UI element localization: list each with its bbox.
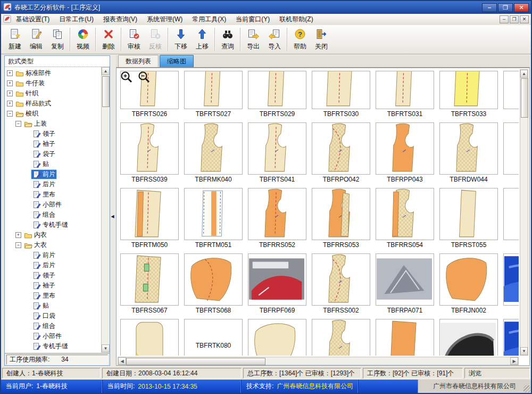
- thumbnail-item[interactable]: TBFRPA071: [373, 252, 437, 315]
- toolbar-button-audit[interactable]: 审核: [123, 27, 145, 52]
- tree-item-领子[interactable]: 领子: [5, 270, 102, 281]
- menu-item[interactable]: 当前窗口(Y): [231, 14, 275, 25]
- tree-item-组合[interactable]: 组合: [5, 321, 102, 331]
- toolbar-button-import[interactable]: 导入: [264, 27, 285, 52]
- thumbnail-item[interactable]: TBFRRS052: [245, 186, 309, 250]
- toolbar-button-delete[interactable]: 删除: [98, 27, 119, 52]
- toolbar-button-moveup[interactable]: 上移: [192, 27, 213, 52]
- tree-item-里布[interactable]: 里布: [5, 190, 102, 200]
- scroll-down-icon[interactable]: ▼: [520, 347, 528, 355]
- scrollbar-thumb[interactable]: [126, 358, 265, 365]
- tree-item-袋子[interactable]: 袋子: [5, 149, 102, 159]
- tab-缩略图[interactable]: 缩略图: [160, 55, 194, 67]
- menu-item[interactable]: 系统管理(W): [142, 14, 187, 25]
- toolbar-button-search[interactable]: 查询: [217, 27, 238, 52]
- thumbnail-item[interactable]: TBFRSS039: [118, 121, 181, 184]
- thumbnail-item[interactable]: TBFRRS053: [309, 186, 373, 250]
- thumbnail-item[interactable]: TBFRDW044: [437, 121, 501, 184]
- splitter[interactable]: ◀: [110, 55, 115, 366]
- tree-expander[interactable]: +: [7, 80, 13, 86]
- tree-item-标准部件[interactable]: +标准部件: [5, 68, 102, 78]
- tree-item-后片[interactable]: 后片: [5, 260, 102, 270]
- sidebar-scrollbar[interactable]: ▲ ▼: [101, 67, 110, 352]
- thumbnail-item[interactable]: TBFRTM051: [181, 186, 245, 250]
- tree-item-梭织[interactable]: −梭织: [5, 109, 102, 119]
- thumbnail-item[interactable]: TBFRSS002: [309, 252, 373, 315]
- mdi-restore-button[interactable]: ❐: [510, 15, 519, 23]
- thumbnail-item[interactable]: TBFRTK080: [181, 317, 245, 356]
- scroll-down-icon[interactable]: ▼: [102, 344, 110, 352]
- scroll-left-icon[interactable]: ◀: [118, 357, 126, 365]
- tree-item-前片[interactable]: 前片: [5, 250, 102, 260]
- tree-item-后片[interactable]: 后片: [5, 179, 102, 190]
- scroll-up-icon[interactable]: ▲: [102, 67, 110, 75]
- tree-item-领子[interactable]: 领子: [5, 129, 102, 139]
- thumbnail-item[interactable]: TBFRPF069: [245, 252, 309, 315]
- tree-item-贴[interactable]: 贴: [5, 301, 102, 311]
- tree-item-内衣[interactable]: +内衣: [5, 230, 102, 240]
- scrollbar-thumb[interactable]: [102, 76, 110, 107]
- thumbnail-item[interactable]: [437, 317, 501, 356]
- thumbnail-item[interactable]: [501, 252, 519, 315]
- tree-item-组合[interactable]: 组合: [5, 210, 102, 220]
- toolbar-button-unaudit[interactable]: 反核: [145, 27, 166, 52]
- toolbar-button-export[interactable]: 导出: [243, 27, 264, 52]
- resize-grip[interactable]: [523, 385, 530, 392]
- zoom-in-button[interactable]: [120, 70, 133, 85]
- mdi-close-button[interactable]: ✕: [520, 15, 529, 23]
- tree-item-里布[interactable]: 里布: [5, 291, 102, 301]
- tree-item-大衣[interactable]: −大衣: [5, 240, 102, 250]
- toolbar-button-edit[interactable]: 编辑: [26, 27, 47, 52]
- thumbnail-item[interactable]: TBFRPO042: [309, 121, 373, 184]
- tree-expander[interactable]: −: [15, 121, 21, 127]
- thumbnail-item[interactable]: [118, 317, 181, 356]
- toolbar-button-video[interactable]: 视频: [72, 27, 94, 52]
- thumbnail-item[interactable]: TBFRTS068: [181, 252, 245, 315]
- tree-item-袖子[interactable]: 袖子: [5, 281, 102, 291]
- tab-数据列表[interactable]: 数据列表: [118, 55, 159, 67]
- toolbar-button-movedown[interactable]: 下移: [170, 27, 192, 52]
- thumbnail-item[interactable]: [501, 69, 519, 119]
- scroll-right-icon[interactable]: ▶: [510, 357, 518, 365]
- tree-expander[interactable]: +: [7, 91, 13, 96]
- maximize-button[interactable]: ❐: [498, 3, 513, 12]
- minimize-button[interactable]: –: [482, 3, 497, 12]
- scroll-up-icon[interactable]: ▲: [520, 70, 528, 78]
- tree-item-前片[interactable]: 前片: [5, 169, 102, 179]
- thumbnail-item[interactable]: [309, 317, 373, 356]
- thumbnail-item[interactable]: TBFRTM050: [118, 186, 181, 250]
- tree-expander[interactable]: +: [7, 101, 13, 106]
- thumbnail-item[interactable]: [501, 186, 519, 250]
- tree-item-样品款式[interactable]: +样品款式: [5, 98, 102, 109]
- toolbar-button-copy[interactable]: 复制: [47, 27, 68, 52]
- thumbnail-item[interactable]: [245, 317, 309, 356]
- collapse-arrow-icon[interactable]: ◀: [110, 204, 115, 228]
- thumbnail-item[interactable]: TBFRSS067: [118, 252, 181, 315]
- tree-item-专机手缝[interactable]: 专机手缝: [5, 341, 102, 351]
- tree-expander[interactable]: +: [7, 70, 13, 76]
- mdi-minimize-button[interactable]: –: [500, 15, 509, 23]
- thumbnail-item[interactable]: [501, 121, 519, 184]
- toolbar-button-exit[interactable]: 关闭: [311, 27, 332, 52]
- tree-item-针织[interactable]: +针织: [5, 88, 102, 98]
- scrollbar-thumb[interactable]: [521, 78, 528, 118]
- tree-item-专机手缝[interactable]: 专机手缝: [5, 220, 102, 230]
- horizontal-scrollbar[interactable]: ◀ ▶: [118, 357, 519, 365]
- thumbnail-item[interactable]: TBFRJN002: [437, 252, 501, 315]
- toolbar-button-help[interactable]: ?帮助: [289, 27, 311, 52]
- thumbnail-item[interactable]: TBFRPP043: [373, 121, 437, 184]
- thumbnail-item[interactable]: TBFRTS030: [309, 69, 373, 119]
- tree-item-小部件[interactable]: 小部件: [5, 200, 102, 210]
- thumbnail-item[interactable]: TBFRRS054: [373, 186, 437, 250]
- tree-item-袖子[interactable]: 袖子: [5, 139, 102, 149]
- tree-item-牛仔装[interactable]: +牛仔装: [5, 78, 102, 88]
- menu-item[interactable]: 基础设置(T): [11, 14, 54, 25]
- thumbnail-item[interactable]: [501, 317, 519, 356]
- tree-expander[interactable]: +: [15, 232, 21, 238]
- thumbnail-item[interactable]: TBFRTS033: [437, 69, 501, 119]
- thumbnail-item[interactable]: [373, 317, 437, 356]
- tree-item-贴[interactable]: 贴: [5, 159, 102, 169]
- thumbnail-item[interactable]: TBFRTS031: [373, 69, 437, 119]
- thumbnail-item[interactable]: TBFRTS027: [181, 69, 245, 119]
- close-button[interactable]: ✕: [514, 3, 529, 12]
